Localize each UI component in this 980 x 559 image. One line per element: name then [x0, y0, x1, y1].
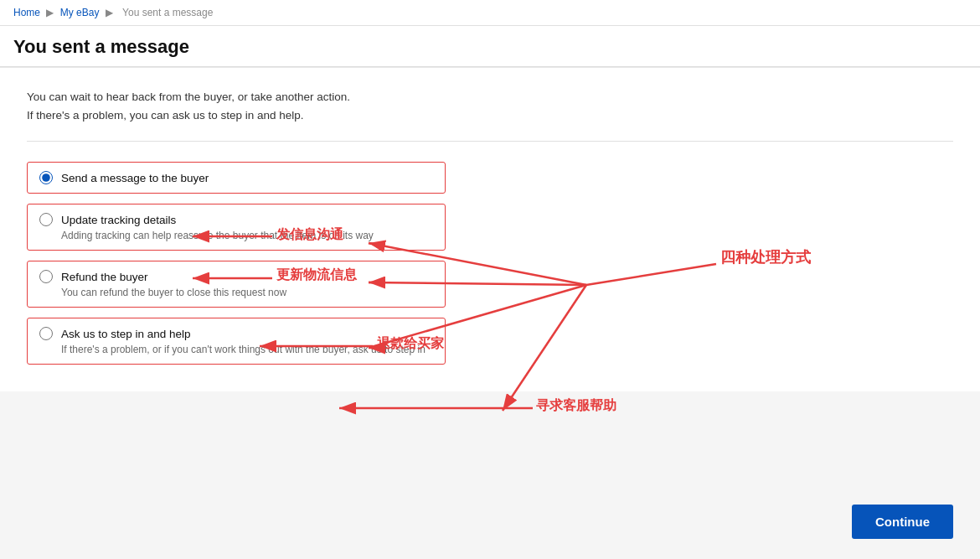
- radio-ask-stepin[interactable]: [39, 327, 53, 340]
- main-content: You can wait to hear back from the buyer…: [0, 67, 980, 391]
- continue-button[interactable]: Continue: [852, 505, 953, 539]
- intro-line1: You can wait to hear back from the buyer…: [27, 88, 953, 106]
- option-send-message-label[interactable]: Send a message to the buyer: [39, 171, 433, 184]
- breadcrumb-current: You sent a message: [122, 7, 213, 18]
- cn-label-stepin: 寻求客服帮助: [536, 397, 616, 415]
- divider: [27, 141, 953, 142]
- option-ask-stepin-desc: If there's a problem, or if you can't wo…: [39, 344, 433, 355]
- option-refund-buyer-label[interactable]: Refund the buyer: [39, 270, 433, 283]
- option-update-tracking[interactable]: Update tracking details Adding tracking …: [27, 204, 446, 251]
- option-send-message-text: Send a message to the buyer: [61, 172, 209, 184]
- options-list: Send a message to the buyer Update track…: [27, 162, 446, 365]
- radio-send-message[interactable]: [39, 171, 53, 184]
- option-update-tracking-text: Update tracking details: [61, 214, 176, 226]
- breadcrumb-sep2: ▶: [106, 7, 116, 18]
- option-refund-buyer[interactable]: Refund the buyer You can refund the buye…: [27, 261, 446, 308]
- option-ask-stepin-label[interactable]: Ask us to step in and help: [39, 327, 433, 340]
- option-send-message[interactable]: Send a message to the buyer: [27, 162, 446, 194]
- breadcrumb-sep1: ▶: [46, 7, 56, 18]
- intro-text: You can wait to hear back from the buyer…: [27, 88, 953, 124]
- page-title: You sent a message: [0, 26, 980, 67]
- radio-update-tracking[interactable]: [39, 213, 53, 226]
- option-ask-stepin-text: Ask us to step in and help: [61, 328, 191, 340]
- radio-refund-buyer[interactable]: [39, 270, 53, 283]
- breadcrumb-myebay[interactable]: My eBay: [60, 7, 100, 18]
- option-update-tracking-label[interactable]: Update tracking details: [39, 213, 433, 226]
- option-ask-stepin[interactable]: Ask us to step in and help If there's a …: [27, 318, 446, 365]
- intro-line2: If there's a problem, you can ask us to …: [27, 106, 953, 125]
- breadcrumb-home[interactable]: Home: [13, 7, 40, 18]
- breadcrumb: Home ▶ My eBay ▶ You sent a message: [0, 0, 980, 26]
- option-refund-buyer-text: Refund the buyer: [61, 271, 148, 283]
- option-refund-buyer-desc: You can refund the buyer to close this r…: [39, 287, 433, 298]
- option-update-tracking-desc: Adding tracking can help reassure the bu…: [39, 230, 433, 241]
